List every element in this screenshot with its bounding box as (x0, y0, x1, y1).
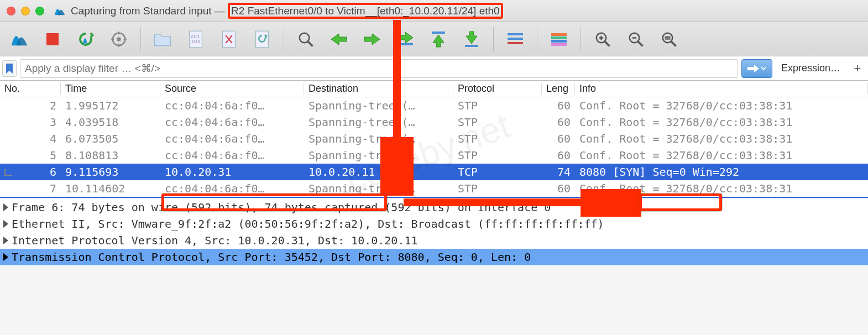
expand-icon (3, 237, 8, 244)
packet-row[interactable]: 21.995172cc:04:04:6a:f0…Spanning-tree-(…… (0, 97, 868, 114)
packet-row[interactable]: 34.039518cc:04:04:6a:f0…Spanning-tree-(…… (0, 114, 868, 130)
go-first-button[interactable] (425, 25, 452, 53)
detail-tcp[interactable]: Transmission Control Protocol, Src Port:… (0, 249, 868, 265)
go-back-button[interactable] (325, 25, 353, 53)
title-prefix: Capturing from Standard input — (71, 5, 228, 17)
packet-row[interactable]: 46.073505cc:04:04:6a:f0…Spanning-tree-(…… (0, 130, 868, 147)
related-marker-icon (4, 169, 12, 176)
jump-to-packet-button[interactable] (391, 25, 419, 53)
packet-source: cc:04:04:6a:f0… (160, 182, 304, 195)
window-title: Capturing from Standard input — R2 FastE… (71, 5, 503, 17)
packet-length: 60 (542, 149, 575, 162)
packet-details[interactable]: Frame 6: 74 bytes on wire (592 bits), 74… (0, 198, 868, 266)
packet-protocol: STP (453, 149, 542, 162)
packet-length: 60 (542, 182, 575, 195)
packet-protocol: STP (453, 132, 542, 145)
svg-text:1010: 1010 (191, 39, 200, 43)
packet-length: 60 (542, 99, 575, 112)
packet-time: 4.039518 (61, 116, 160, 129)
zoom-reset-button[interactable] (655, 25, 683, 53)
maximize-window-button[interactable] (35, 7, 44, 15)
column-time[interactable]: Time (61, 83, 160, 95)
filter-expression-button[interactable]: Expression… (776, 59, 846, 78)
svg-line-32 (671, 41, 676, 46)
packet-protocol: STP (453, 116, 542, 129)
svg-rect-19 (508, 42, 523, 44)
start-capture-button[interactable] (6, 25, 33, 53)
packet-protocol: STP (453, 99, 542, 112)
packet-time: 1.995172 (61, 99, 160, 112)
close-window-button[interactable] (7, 7, 15, 15)
packet-info: Conf. Root = 32768/0/cc:03:38:31 (579, 182, 792, 195)
wireshark-app-icon (53, 4, 66, 18)
column-source[interactable]: Source (160, 83, 304, 95)
filter-bookmark-button[interactable] (2, 60, 17, 77)
apply-filter-button[interactable] (741, 59, 772, 78)
display-filter-input[interactable] (20, 59, 738, 78)
go-forward-button[interactable] (358, 25, 386, 53)
svg-line-13 (308, 41, 313, 46)
column-info[interactable]: Info (575, 83, 868, 95)
capture-options-button[interactable] (105, 25, 133, 53)
svg-rect-11 (256, 31, 269, 48)
svg-rect-23 (551, 43, 567, 46)
packet-source: cc:04:04:6a:f0… (160, 99, 304, 112)
display-filter-bar: Expression… + (0, 56, 868, 81)
svg-rect-20 (551, 33, 567, 36)
detail-frame[interactable]: Frame 6: 74 bytes on wire (592 bits), 74… (0, 199, 868, 216)
packet-info-hl: 8080 [SYN] (579, 165, 646, 179)
packet-length: 74 (542, 165, 575, 179)
zoom-out-button[interactable] (622, 25, 650, 53)
colorize-packets-button[interactable] (545, 25, 573, 53)
packet-time: 9.115693 (61, 165, 160, 179)
packet-row[interactable]: 58.108813cc:04:04:6a:f0…Spanning-tree-(…… (0, 147, 868, 164)
packet-list-header: No. Time Source Destination Protocol Len… (0, 81, 868, 97)
svg-point-2 (117, 37, 121, 41)
packet-source: 10.0.20.31 (160, 165, 304, 179)
title-capture-target: R2 FastEthernet0/0 to Victim__[eth0:_10.… (228, 3, 503, 19)
go-last-button[interactable] (458, 25, 485, 53)
minimize-window-button[interactable] (21, 7, 30, 15)
packet-info-cell: Conf. Root = 32768/0/cc:03:38:31 (575, 132, 868, 145)
packet-source: cc:04:04:6a:f0… (160, 149, 304, 162)
packet-list[interactable]: 21.995172cc:04:04:6a:f0…Spanning-tree-(…… (0, 97, 868, 197)
svg-rect-22 (551, 40, 567, 43)
packet-row[interactable]: 69.11569310.0.20.3110.0.20.11TCP748080 [… (0, 164, 868, 180)
packet-info: Conf. Root = 32768/0/cc:03:38:31 (579, 149, 792, 162)
packet-protocol: STP (453, 182, 542, 195)
column-protocol[interactable]: Protocol (453, 83, 542, 95)
zoom-in-button[interactable] (589, 25, 616, 53)
packet-info-cell: Conf. Root = 32768/0/cc:03:38:31 (575, 149, 868, 162)
packet-info-cell: Conf. Root = 32768/0/cc:03:38:31 (575, 99, 868, 112)
save-file-button[interactable]: 01011010 (182, 25, 210, 53)
column-no[interactable]: No. (0, 83, 61, 95)
close-file-button[interactable] (215, 25, 243, 53)
detail-text: Internet Protocol Version 4, Src: 10.0.2… (12, 234, 418, 247)
packet-time: 10.114602 (61, 182, 160, 195)
titlebar: Capturing from Standard input — R2 FastE… (0, 0, 868, 22)
svg-rect-21 (551, 36, 567, 39)
auto-scroll-button[interactable] (501, 25, 529, 53)
detail-ip[interactable]: Internet Protocol Version 4, Src: 10.0.2… (0, 232, 868, 249)
restart-capture-button[interactable] (72, 25, 100, 53)
filter-add-button[interactable]: + (849, 59, 866, 78)
toolbar-separator (140, 27, 141, 51)
packet-no: 4 (0, 132, 61, 145)
packet-destination: Spanning-tree-(… (304, 149, 453, 162)
packet-destination: Spanning-tree-(… (304, 132, 453, 145)
find-packet-button[interactable] (292, 25, 320, 53)
open-file-button[interactable] (149, 25, 176, 53)
packet-no: 3 (0, 116, 61, 129)
reload-file-button[interactable] (248, 25, 276, 53)
stop-capture-button[interactable] (39, 25, 66, 53)
detail-ethernet[interactable]: Ethernet II, Src: Vmware_9f:2f:a2 (00:50… (0, 216, 868, 232)
toolbar-separator (581, 27, 581, 51)
packet-info: Conf. Root = 32768/0/cc:03:38:31 (579, 116, 792, 129)
column-length[interactable]: Leng (542, 83, 575, 95)
column-destination[interactable]: Destination (304, 83, 453, 95)
packet-protocol: TCP (453, 165, 542, 179)
packet-row[interactable]: 710.114602cc:04:04:6a:f0…Spanning-tree-(… (0, 180, 868, 197)
packet-destination: 10.0.20.11 (304, 165, 453, 179)
detail-text: Frame 6: 74 bytes on wire (592 bits), 74… (12, 201, 551, 214)
packet-info-cell: Conf. Root = 32768/0/cc:03:38:31 (575, 182, 868, 195)
